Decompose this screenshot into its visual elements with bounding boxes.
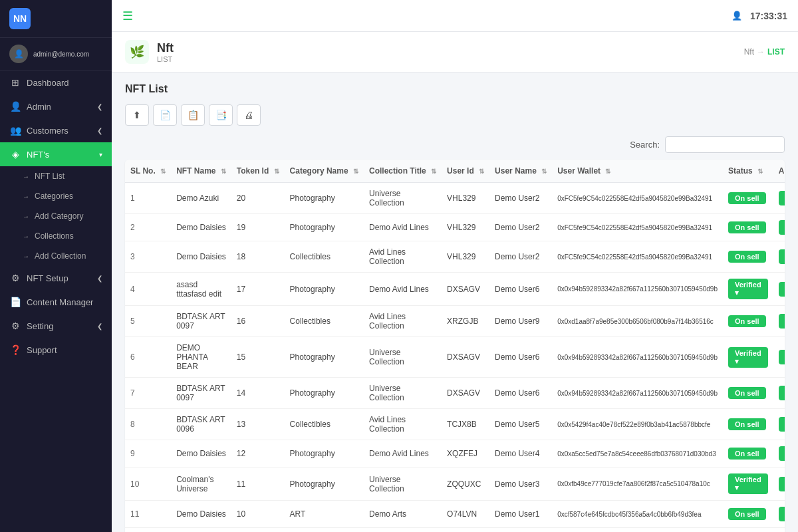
action-button[interactable]: 📋 <box>779 191 785 205</box>
export-btn-2[interactable]: 📄 <box>153 104 177 126</box>
export-btn-4[interactable]: 📑 <box>209 104 233 126</box>
sidebar-item-nft-list[interactable]: → NFT List <box>0 166 112 186</box>
cell-action: 📋 <box>773 528 785 533</box>
sub-item-label: Add Category <box>35 211 83 221</box>
cell-collection: Demo Avid Lines <box>364 440 442 467</box>
cell-wallet: 0x0xd1aa8f7a9e85e300b6506bf080b9a7f14b36… <box>552 306 723 337</box>
cell-category: Photography <box>285 214 364 241</box>
action-button[interactable]: 📋 <box>779 249 785 264</box>
col-sl: SL No. ⇅ <box>125 160 171 183</box>
cell-action: 📋 <box>773 440 785 467</box>
sidebar-item-label: Customers <box>27 126 68 136</box>
menu-icon[interactable]: ☰ <box>122 9 133 23</box>
cell-collection: Demo Avid Lines <box>364 214 442 241</box>
sidebar-item-add-collection[interactable]: → Add Collection <box>0 246 112 266</box>
status-badge: On sell <box>728 221 766 233</box>
sidebar-item-dashboard[interactable]: ⊞ Dashboard <box>0 70 112 94</box>
sort-icon: ⇅ <box>160 168 166 175</box>
breadcrumb: Nft → LIST <box>744 47 785 57</box>
action-button[interactable]: 📋 <box>779 507 785 521</box>
sub-item-label: Collections <box>35 231 74 241</box>
status-badge[interactable]: Verified ▾ <box>728 473 768 494</box>
cell-status: On sell <box>723 306 773 337</box>
sort-icon: ⇅ <box>757 168 763 175</box>
cell-token-id: 14 <box>231 378 285 409</box>
sidebar-item-add-category[interactable]: → Add Category <box>0 206 112 226</box>
sidebar-nav: ⊞ Dashboard 👤 Admin ❮ 👥 Customers ❮ ◈ NF… <box>0 70 112 532</box>
cell-nft-name: Coolman's Universe <box>171 467 231 501</box>
status-badge: On sell <box>728 448 766 460</box>
status-badge[interactable]: Verified ▾ <box>728 279 768 299</box>
export-btn-1[interactable]: ⬆ <box>125 104 149 126</box>
nft-setup-icon: ⚙ <box>9 272 21 284</box>
cell-wallet: 0xcf587c4e645fcdbc45f356a5a4c0bb6fb49d3f… <box>552 501 723 528</box>
cell-wallet: 0x0x5429f4ac40e78cf522e89f0b3ab41ac5878b… <box>552 409 723 440</box>
sidebar-item-collections[interactable]: → Collections <box>0 226 112 246</box>
cell-action: 📋 <box>773 241 785 273</box>
cell-sl: 10 <box>125 467 171 501</box>
action-button[interactable]: 📋 <box>779 386 785 400</box>
nft-table: SL No. ⇅ NFT Name ⇅ Token Id ⇅ Category … <box>125 160 785 532</box>
sort-icon: ⇅ <box>431 168 436 175</box>
cell-category: Photography <box>285 183 364 214</box>
sidebar-item-label: NFT Setup <box>27 273 68 283</box>
chevron-right-icon: ❮ <box>97 275 102 282</box>
action-button[interactable]: 📋 <box>779 314 785 329</box>
cell-user-name: Demo User2 <box>489 183 552 214</box>
sidebar-item-customers[interactable]: 👥 Customers ❮ <box>0 118 112 142</box>
export-btn-3[interactable]: 📋 <box>181 104 205 126</box>
status-badge[interactable]: Verified ▾ <box>728 347 768 368</box>
search-bar: Search: <box>125 136 785 153</box>
table-row: 9 Demo Daisies 12 Photography Demo Avid … <box>125 440 785 467</box>
cell-action: 📋 <box>773 467 785 501</box>
page-subtitle: LIST <box>157 55 174 63</box>
col-action: Action <box>773 160 785 183</box>
sidebar-item-support[interactable]: ❓ Support <box>0 338 112 362</box>
main-content: ☰ 👤 17:33:31 🌿 Nft LIST Nft → LIST NFT L… <box>112 0 798 532</box>
sidebar-item-content-manager[interactable]: 📄 Content Manager <box>0 290 112 314</box>
table-row: 10 Coolman's Universe 11 Photography Uni… <box>125 467 785 501</box>
cell-collection: Avid Lines Collection <box>364 241 442 273</box>
cell-token-id: 12 <box>231 440 285 467</box>
action-button[interactable]: 📋 <box>779 477 785 491</box>
sidebar-item-label: Dashboard <box>27 78 69 88</box>
cell-sl: 1 <box>125 183 171 214</box>
cell-user-id: TCJX8B <box>442 409 489 440</box>
cell-sl: 3 <box>125 241 171 273</box>
sub-item-label: NFT List <box>35 172 65 181</box>
cell-nft-name: Demo Daisies <box>171 440 231 467</box>
action-button[interactable]: 📋 <box>779 350 785 364</box>
table-row: 2 Demo Daisies 19 Photography Demo Avid … <box>125 214 785 241</box>
sidebar-item-nft-setup[interactable]: ⚙ NFT Setup ❮ <box>0 266 112 290</box>
print-btn[interactable]: 🖨 <box>237 104 261 126</box>
sidebar-item-categories[interactable]: → Categories <box>0 186 112 206</box>
cell-token-id: 20 <box>231 183 285 214</box>
cell-token-id: 16 <box>231 306 285 337</box>
sidebar-item-admin[interactable]: 👤 Admin ❮ <box>0 94 112 118</box>
cell-user-id: XQZFEJ <box>442 440 489 467</box>
action-button[interactable]: 📋 <box>779 446 785 461</box>
search-input[interactable] <box>665 136 785 153</box>
action-button[interactable]: 📋 <box>779 282 785 297</box>
action-button[interactable]: 📋 <box>779 220 785 235</box>
arrow-right-icon: → <box>23 213 29 220</box>
cell-sl: 9 <box>125 440 171 467</box>
sidebar-item-setting[interactable]: ⚙ Setting ❮ <box>0 314 112 338</box>
content-area: NFT List ⬆ 📄 📋 📑 🖨 Search: SL No. ⇅ NFT … <box>112 72 798 532</box>
support-icon: ❓ <box>9 344 21 356</box>
cell-token-id: 15 <box>231 337 285 378</box>
cell-user-name: Demo User2 <box>489 214 552 241</box>
col-nft-name: NFT Name ⇅ <box>171 160 231 183</box>
cell-collection: Universe Collection <box>364 337 442 378</box>
cell-user-name: Demo User6 <box>489 337 552 378</box>
dashboard-icon: ⊞ <box>9 76 21 88</box>
sidebar-item-nfts[interactable]: ◈ NFT's ▾ <box>0 142 112 166</box>
col-user-id: User Id ⇅ <box>442 160 489 183</box>
cell-action: 📋 <box>773 273 785 306</box>
arrow-right-icon: → <box>23 253 29 260</box>
cell-token-id: 17 <box>231 273 285 306</box>
cell-status: On sell <box>723 241 773 273</box>
action-button[interactable]: 📋 <box>779 417 785 432</box>
cell-token-id: 13 <box>231 409 285 440</box>
sidebar-item-label: Admin <box>27 102 51 112</box>
